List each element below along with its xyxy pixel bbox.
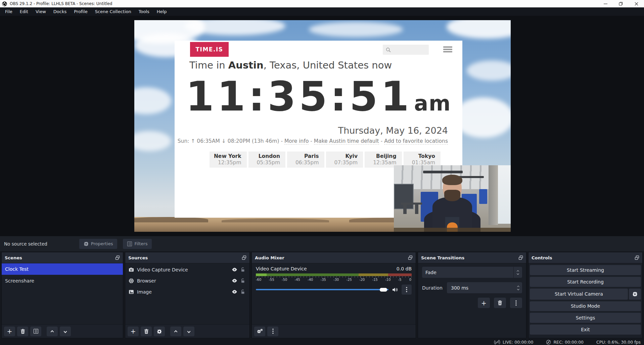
popout-icon xyxy=(518,255,523,260)
remove-source-button[interactable] xyxy=(141,327,152,336)
spin-arrows[interactable] xyxy=(517,282,519,293)
move-source-down-button[interactable] xyxy=(183,327,194,336)
chevron-up-icon xyxy=(174,330,178,333)
clock-ampm: am xyxy=(414,91,451,116)
lock-icon[interactable] xyxy=(240,278,245,283)
city-time: 01:35am xyxy=(405,160,435,166)
camera-icon xyxy=(129,267,134,272)
advanced-audio-button[interactable] xyxy=(254,327,265,336)
source-item-video-capture[interactable]: Video Capture Device xyxy=(125,264,249,275)
lock-icon[interactable] xyxy=(240,267,245,272)
add-transition-button[interactable]: + xyxy=(478,298,490,308)
city-time: 07:35pm xyxy=(327,160,358,166)
mixer-channel-options-button[interactable] xyxy=(402,285,412,295)
dock-row: Scenes Clock Test Screenshare + xyxy=(0,251,644,339)
scenes-panel: Scenes Clock Test Screenshare + xyxy=(1,252,123,338)
menubar: File Edit View Docks Profile Scene Colle… xyxy=(0,7,644,16)
obs-window: OBS 29.1.2 - Profile: LLHLS BETA - Scene… xyxy=(0,0,644,345)
menu-item-docks[interactable]: Docks xyxy=(50,7,70,16)
minimize-button[interactable] xyxy=(598,0,613,7)
exit-button[interactable]: Exit xyxy=(530,325,641,335)
move-source-up-button[interactable] xyxy=(170,327,181,336)
scene-filters-button[interactable] xyxy=(30,327,41,336)
mixer-channel-name: Video Capture Device xyxy=(256,266,307,271)
add-scene-button[interactable]: + xyxy=(4,327,15,336)
virtual-camera-settings-button[interactable] xyxy=(629,289,641,300)
volume-slider[interactable] xyxy=(256,289,388,290)
transition-select[interactable]: Fade xyxy=(422,267,522,278)
lock-icon[interactable] xyxy=(240,289,245,294)
settings-button[interactable]: Settings xyxy=(530,313,641,323)
menu-item-scene-collection[interactable]: Scene Collection xyxy=(91,7,135,16)
trash-icon xyxy=(498,300,502,305)
move-scene-up-button[interactable] xyxy=(47,327,58,336)
start-streaming-button[interactable]: Start Streaming xyxy=(530,265,641,275)
cloud xyxy=(134,87,171,114)
preview-canvas[interactable]: TIME.IS Time in Austin, Texas, United St… xyxy=(134,20,511,232)
mixer-options-button[interactable] xyxy=(267,327,278,336)
audio-mixer-panel-title: Audio Mixer xyxy=(255,255,284,260)
clock: 11:35:51am xyxy=(175,73,462,120)
webcam-window xyxy=(498,165,511,224)
close-button[interactable] xyxy=(629,0,644,7)
duration-spinbox[interactable]: 300 ms xyxy=(447,282,522,293)
menu-item-tools[interactable]: Tools xyxy=(135,7,153,16)
restore-button[interactable] xyxy=(613,0,629,7)
timeis-logo[interactable]: TIME.IS xyxy=(190,42,229,57)
city-card[interactable]: Kyiv07:35pm xyxy=(326,152,363,168)
sources-panel: Sources Video Capture Device xyxy=(125,252,250,338)
page-heading: Time in Austin, Texas, United States now xyxy=(189,59,451,71)
city-name: Tokyo xyxy=(405,153,435,160)
source-item-browser[interactable]: Browser xyxy=(125,275,249,286)
start-recording-button[interactable]: Start Recording xyxy=(530,277,641,287)
menu-item-help[interactable]: Help xyxy=(153,7,171,16)
double-gear-icon xyxy=(257,329,263,334)
menu-item-view[interactable]: View xyxy=(32,7,50,16)
visibility-icon[interactable] xyxy=(232,278,237,283)
remove-scene-button[interactable] xyxy=(17,327,28,336)
kebab-icon xyxy=(515,300,517,306)
properties-button[interactable]: Properties xyxy=(79,239,118,249)
dune xyxy=(222,219,329,222)
city-card[interactable]: New York12:35pm xyxy=(210,152,247,168)
studio-mode-button[interactable]: Studio Mode xyxy=(530,301,641,311)
webcam-blue-partition xyxy=(479,189,487,204)
menu-item-file[interactable]: File xyxy=(1,7,16,16)
source-status-text: No source selected xyxy=(4,241,47,247)
add-source-button[interactable]: + xyxy=(128,327,139,336)
source-item-image[interactable]: Image xyxy=(125,286,249,297)
mixer-level-db: 0.0 dB xyxy=(397,266,412,271)
duration-label: Duration xyxy=(422,285,447,291)
source-properties-button[interactable] xyxy=(154,327,165,336)
visibility-icon[interactable] xyxy=(232,267,237,272)
transition-options-button[interactable] xyxy=(510,298,522,308)
scene-item-clock-test[interactable]: Clock Test xyxy=(2,263,123,275)
preview-area[interactable]: TIME.IS Time in Austin, Texas, United St… xyxy=(0,16,644,236)
search-input[interactable] xyxy=(383,45,429,55)
city-card[interactable]: Paris06:35pm xyxy=(287,152,324,168)
link-make-default[interactable]: Make Austin time default xyxy=(314,138,379,144)
volume-slider-handle[interactable] xyxy=(380,288,387,292)
remove-transition-button[interactable] xyxy=(494,298,506,308)
city-name: New York xyxy=(211,153,241,160)
scene-item-screenshare[interactable]: Screenshare xyxy=(2,275,123,287)
move-scene-down-button[interactable] xyxy=(60,327,71,336)
start-virtual-camera-button[interactable]: Start Virtual Camera xyxy=(530,289,628,300)
visibility-icon[interactable] xyxy=(232,289,237,294)
gear-icon xyxy=(157,329,162,334)
link-more-info[interactable]: More info xyxy=(284,138,309,144)
clock-time: 11:35:51 xyxy=(186,73,412,120)
hamburger-menu-icon[interactable] xyxy=(443,46,452,52)
menu-item-profile[interactable]: Profile xyxy=(70,7,91,16)
speaker-icon[interactable] xyxy=(392,287,398,293)
city-card[interactable]: London05:35pm xyxy=(248,152,286,168)
link-add-favorite[interactable]: Add to favorite locations xyxy=(384,138,448,144)
menu-item-edit[interactable]: Edit xyxy=(16,7,32,16)
record-off-icon xyxy=(546,340,551,345)
heading-city: Austin xyxy=(228,59,264,71)
filters-button[interactable]: Filters xyxy=(123,239,152,249)
city-time: 06:35pm xyxy=(288,160,319,166)
chevron-down-icon xyxy=(64,330,67,333)
search-icon xyxy=(385,47,391,53)
popout-icon xyxy=(242,255,246,260)
